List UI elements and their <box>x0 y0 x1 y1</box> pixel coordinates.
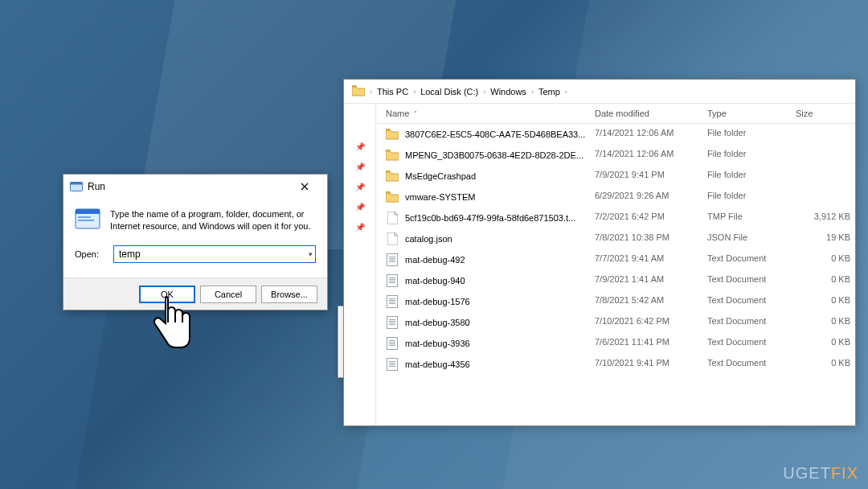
file-row[interactable]: vmware-SYSTEM6/29/2021 9:26 AMFile folde… <box>376 187 855 208</box>
file-name-text: catalog.json <box>405 234 452 244</box>
run-titlebar[interactable]: Run <box>63 175 327 199</box>
file-row[interactable]: mat-debug-35807/10/2021 6:42 PMText Docu… <box>376 312 855 333</box>
file-type: TMP File <box>707 212 796 224</box>
svg-rect-1 <box>71 183 83 185</box>
pin-icon[interactable]: 📌 <box>355 223 365 232</box>
chevron-down-icon[interactable]: ▾ <box>309 250 313 258</box>
column-name[interactable]: Name˄ <box>386 109 595 118</box>
file-size <box>796 170 855 183</box>
breadcrumb-windows[interactable]: Windows <box>490 87 526 97</box>
column-size[interactable]: Size <box>796 109 855 118</box>
file-row[interactable]: MPENG_3D3B0075-0638-4E2D-8D28-2DE...7/14… <box>376 145 855 166</box>
file-icon <box>386 232 399 245</box>
file-row[interactable]: mat-debug-43567/10/2021 9:41 PMText Docu… <box>376 354 855 375</box>
file-type: Text Document <box>707 253 796 266</box>
pin-icon[interactable]: 📌 <box>355 142 365 151</box>
file-size: 19 KB <box>796 232 855 245</box>
run-instructions: Type the name of a program, folder, docu… <box>110 208 316 234</box>
file-size: 0 KB <box>796 358 855 371</box>
file-name-text: mat-debug-3580 <box>405 318 470 327</box>
file-modified: 7/8/2021 5:42 AM <box>595 295 707 308</box>
run-body-icon <box>75 208 100 234</box>
svg-rect-4 <box>78 216 91 218</box>
text-document-icon <box>386 295 399 308</box>
file-name-text: mat-debug-3936 <box>405 339 470 348</box>
file-name-text: MPENG_3D3B0075-0638-4E2D-8D28-2DE... <box>405 150 583 160</box>
folder-icon <box>386 191 399 203</box>
file-type: Text Document <box>707 316 796 329</box>
file-modified: 7/10/2021 6:42 PM <box>595 316 707 329</box>
cancel-button[interactable]: Cancel <box>200 286 256 303</box>
file-modified: 7/9/2021 1:41 AM <box>595 274 707 287</box>
file-name-text: vmware-SYSTEM <box>405 192 475 202</box>
file-size <box>796 149 855 162</box>
sort-ascending-icon: ˄ <box>414 110 417 117</box>
run-body: Type the name of a program, folder, docu… <box>63 199 327 277</box>
file-modified: 7/7/2021 9:41 AM <box>595 253 707 266</box>
folder-icon <box>386 149 399 162</box>
column-type[interactable]: Type <box>707 109 796 118</box>
run-icon <box>70 180 83 193</box>
file-icon <box>386 212 399 224</box>
run-dialog: Run Type the name of a program, folder, … <box>63 174 328 310</box>
chevron-right-icon[interactable]: › <box>413 88 416 96</box>
file-name-text: 5cf19c0b-bd69-47f9-99fa-58fd6e871503.t..… <box>405 213 575 223</box>
text-document-icon <box>386 358 399 371</box>
file-row[interactable]: 3807C6E2-E5C5-408C-AA7E-5D468BEA33...7/1… <box>376 124 855 145</box>
svg-rect-5 <box>78 220 94 221</box>
file-name-text: mat-debug-4356 <box>405 360 470 369</box>
cursor-hand-icon <box>149 296 193 360</box>
chevron-right-icon[interactable]: › <box>565 88 567 96</box>
file-type: JSON File <box>707 232 796 245</box>
breadcrumb-local-disk[interactable]: Local Disk (C:) <box>420 87 478 97</box>
column-modified[interactable]: Date modified <box>595 109 707 118</box>
file-name-text: mat-debug-1576 <box>405 297 470 306</box>
file-type: Text Document <box>707 337 796 350</box>
column-headers: Name˄ Date modified Type Size <box>376 104 855 124</box>
file-row[interactable]: mat-debug-15767/8/2021 5:42 AMText Docum… <box>376 291 855 312</box>
run-input[interactable] <box>113 245 316 263</box>
close-button[interactable] <box>289 175 321 199</box>
file-row[interactable]: mat-debug-39367/6/2021 11:41 PMText Docu… <box>376 333 855 354</box>
file-name-text: mat-debug-492 <box>405 255 465 265</box>
file-row[interactable]: mat-debug-9407/9/2021 1:41 AMText Docume… <box>376 270 855 291</box>
breadcrumb-temp[interactable]: Temp <box>538 87 560 97</box>
breadcrumb-this-pc[interactable]: This PC <box>377 87 408 97</box>
folder-icon <box>386 128 399 141</box>
text-document-icon <box>386 316 399 329</box>
text-document-icon <box>386 337 399 350</box>
pin-icon[interactable]: 📌 <box>355 162 365 171</box>
file-modified: 7/14/2021 12:06 AM <box>595 128 707 141</box>
file-row[interactable]: catalog.json7/8/2021 10:38 PMJSON File19… <box>376 228 855 249</box>
file-size: 0 KB <box>796 316 855 329</box>
file-modified: 7/9/2021 9:41 PM <box>595 170 707 183</box>
folder-icon <box>386 170 399 183</box>
address-bar[interactable]: › This PC › Local Disk (C:) › Windows › … <box>344 80 855 104</box>
file-modified: 7/6/2021 11:41 PM <box>595 337 707 350</box>
chevron-right-icon[interactable]: › <box>370 88 372 96</box>
file-size <box>796 191 855 203</box>
file-modified: 7/14/2021 12:06 AM <box>595 149 707 162</box>
chevron-right-icon[interactable]: › <box>531 88 534 96</box>
file-type: File folder <box>707 128 796 141</box>
file-size: 0 KB <box>796 253 855 266</box>
chevron-right-icon[interactable]: › <box>483 88 485 96</box>
file-row[interactable]: 5cf19c0b-bd69-47f9-99fa-58fd6e871503.t..… <box>376 208 855 228</box>
file-type: File folder <box>707 170 796 183</box>
folder-icon <box>352 85 365 98</box>
file-type: File folder <box>707 191 796 203</box>
open-label: Open: <box>75 249 107 259</box>
file-type: Text Document <box>707 295 796 308</box>
text-document-icon <box>386 253 399 266</box>
file-modified: 6/29/2021 9:26 AM <box>595 191 707 203</box>
file-size: 3,912 KB <box>796 212 855 224</box>
file-name-text: MsEdgeCrashpad <box>405 171 476 181</box>
file-row[interactable]: mat-debug-4927/7/2021 9:41 AMText Docume… <box>376 249 855 270</box>
file-explorer-window: › This PC › Local Disk (C:) › Windows › … <box>343 79 856 426</box>
file-row[interactable]: MsEdgeCrashpad7/9/2021 9:41 PMFile folde… <box>376 166 855 187</box>
pin-icon[interactable]: 📌 <box>355 203 365 212</box>
pin-icon[interactable]: 📌 <box>355 183 365 191</box>
file-type: Text Document <box>707 358 796 371</box>
file-modified: 7/8/2021 10:38 PM <box>595 232 707 245</box>
browse-button[interactable]: Browse... <box>261 286 317 303</box>
